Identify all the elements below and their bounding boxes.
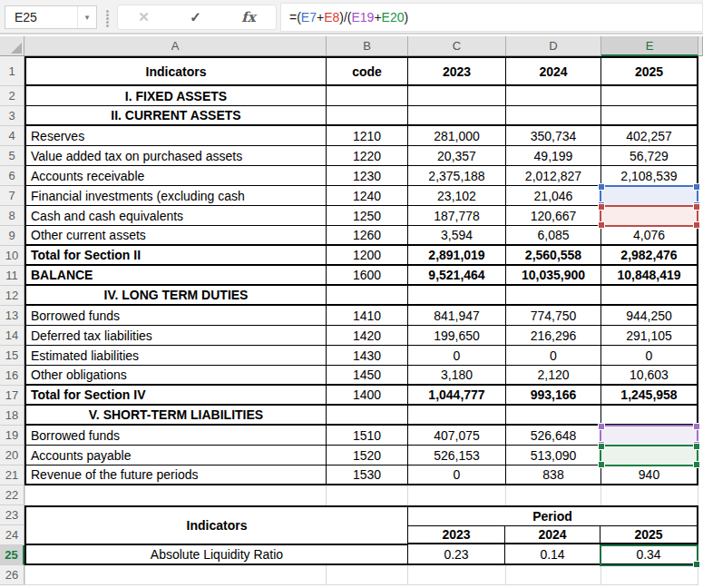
cell-D3[interactable] [506,106,601,124]
cell-B2[interactable] [327,86,408,105]
cell-B19[interactable]: 1510 [327,426,408,445]
cell-C20[interactable]: 526,153 [408,446,506,465]
row-header-21[interactable]: 21 [0,466,24,485]
row-header-24[interactable]: 24 [0,525,24,545]
cell-A15[interactable]: Estimated liabilities [26,346,327,365]
cell-C23-period[interactable]: Period [408,507,697,526]
row-header-19[interactable]: 19 [0,426,24,446]
cell-D12[interactable] [506,286,601,304]
row-header-7[interactable]: 7 [0,186,24,206]
drag-handle-icon[interactable] [106,10,109,13]
cell-C13[interactable]: 841,947 [408,306,506,325]
cell-A20[interactable]: Accounts payable [26,446,327,465]
cell-B7[interactable]: 1240 [327,186,408,205]
row-header-10[interactable]: 10 [0,246,24,266]
cell-B3[interactable] [327,106,408,124]
row-header-11[interactable]: 11 [0,266,24,286]
cell-C24[interactable]: 2023 [408,526,505,543]
cell-D9[interactable]: 6,085 [506,226,601,244]
cell-E18[interactable] [601,406,697,424]
cell-B16[interactable]: 1450 [327,366,408,384]
cell-C8[interactable]: 187,778 [408,206,506,225]
cell-C18[interactable] [408,406,506,424]
cell-E14[interactable]: 291,105 [601,326,697,345]
cell-A14[interactable]: Deferred tax liabilities [26,326,327,345]
cell-C17[interactable]: 1,044,777 [408,386,506,404]
cell-A7[interactable]: Financial investments (excluding cash [26,186,327,205]
cell-D25[interactable]: 0.14 [505,544,600,564]
column-header-B[interactable]: B [327,36,408,56]
cell-C25[interactable]: 0.23 [408,544,505,564]
cell-A23-indicators[interactable]: Indicators [26,507,407,545]
cell-C5[interactable]: 20,357 [408,146,506,165]
cell-C16[interactable]: 3,180 [408,366,506,384]
cell-A2[interactable]: I. FIXED ASSETS [26,86,327,105]
cell-C6[interactable]: 2,375,188 [408,166,506,185]
cell-D5[interactable]: 49,199 [506,146,601,165]
cell-E16[interactable]: 10,603 [601,366,697,384]
row-header-25[interactable]: 25 [0,545,24,565]
cell-E10[interactable]: 2,982,476 [601,246,697,264]
cell-D24[interactable]: 2024 [505,526,600,543]
row-header-23[interactable]: 23 [0,505,24,525]
name-box-dropdown-icon[interactable]: ▾ [77,6,96,28]
cell-A10[interactable]: Total for Section II [26,246,327,264]
cell-D18[interactable] [506,406,601,424]
row-header-6[interactable]: 6 [0,166,24,186]
cell-E3[interactable] [601,106,697,124]
cell-D2[interactable] [506,86,601,105]
name-box[interactable]: E25 ▾ [5,5,97,29]
cell-B12[interactable] [327,286,408,304]
cell-D14[interactable]: 216,296 [506,326,601,345]
cell-C2[interactable] [408,86,506,105]
cell-A13[interactable]: Borrowed funds [26,306,327,325]
row-header-26[interactable]: 26 [0,565,24,585]
cell-C19[interactable]: 407,075 [408,426,506,445]
row-header-2[interactable]: 2 [0,86,24,106]
row-header-13[interactable]: 13 [0,306,24,326]
column-header-A[interactable]: A [24,36,327,56]
cancel-icon[interactable]: ✕ [138,9,150,25]
cell-B17[interactable]: 1400 [327,386,408,404]
cell-E11[interactable]: 10,848,419 [601,266,697,284]
row-header-3[interactable]: 3 [0,106,24,126]
cell-C14[interactable]: 199,650 [408,326,506,345]
row-header-9[interactable]: 9 [0,226,24,246]
select-all-corner[interactable] [0,36,24,56]
row-header-18[interactable]: 18 [0,406,24,426]
cell-A12[interactable]: IV. LONG TERM DUTIES [26,286,327,304]
cell-C10[interactable]: 2,891,019 [408,246,506,264]
row-header-8[interactable]: 8 [0,206,24,226]
formula-input[interactable]: =(E7+E8)/(E19+E20) [280,3,703,32]
cell-B4[interactable]: 1210 [327,126,408,145]
cell-B20[interactable]: 1520 [327,446,408,465]
enter-icon[interactable]: ✓ [190,9,201,25]
cell-A18[interactable]: V. SHORT-TERM LIABILITIES [26,406,327,424]
cell-E24[interactable]: 2025 [600,526,697,543]
cell-E9[interactable]: 4,076 [601,226,697,244]
cell-D10[interactable]: 2,560,558 [506,246,601,264]
row-header-1[interactable]: 1 [0,56,24,86]
cell-B6[interactable]: 1230 [327,166,408,185]
cell-D11[interactable]: 10,035,900 [506,266,601,284]
cell-C11[interactable]: 9,521,464 [408,266,506,284]
fill-handle[interactable] [693,561,700,568]
cell-C4[interactable]: 281,000 [408,126,506,145]
cell-E4[interactable]: 402,257 [601,126,697,145]
row-header-15[interactable]: 15 [0,346,24,366]
row-header-22[interactable]: 22 [0,485,24,505]
cell-C7[interactable]: 23,102 [408,186,506,205]
cell-E2[interactable] [601,86,697,105]
cell-C3[interactable] [408,106,506,124]
cell-B5[interactable]: 1220 [327,146,408,165]
cell-C9[interactable]: 3,594 [408,226,506,244]
cell-B10[interactable]: 1200 [327,246,408,264]
row-header-14[interactable]: 14 [0,326,24,346]
cell-A6[interactable]: Accounts receivable [26,166,327,185]
cell-E6[interactable]: 2,108,539 [601,166,697,185]
cell-A25-ratio-label[interactable]: Absolute Liquidity Ratio [26,545,407,564]
cell-E15[interactable]: 0 [601,346,697,365]
cell-E21[interactable]: 940 [601,466,697,484]
cell-A19[interactable]: Borrowed funds [26,426,327,445]
cell-E5[interactable]: 56,729 [601,146,697,165]
